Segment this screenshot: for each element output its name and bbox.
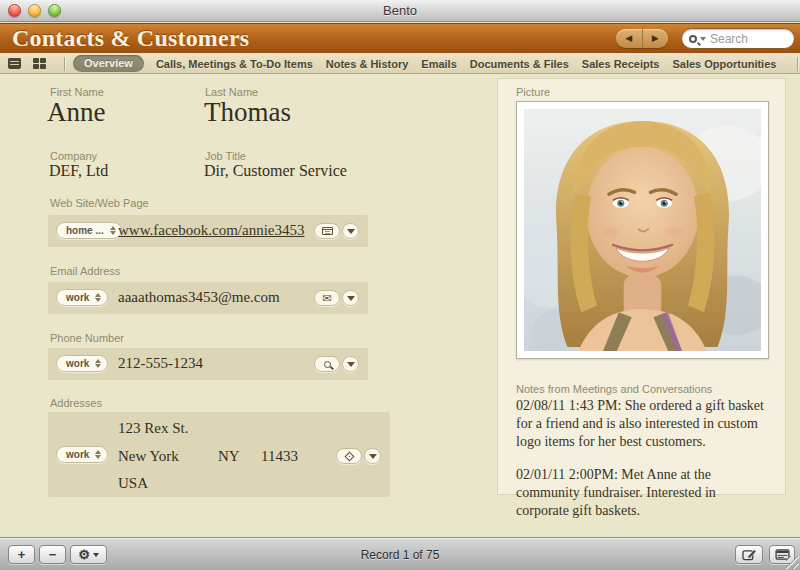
tab-notes-history[interactable]: Notes & History bbox=[326, 58, 409, 70]
job-title-label: Job Title bbox=[205, 150, 246, 162]
address-state-value[interactable]: NY bbox=[218, 448, 240, 465]
search-input[interactable] bbox=[710, 32, 790, 46]
job-title-value[interactable]: Dir, Customer Service bbox=[204, 162, 347, 180]
dropdown-arrow-icon bbox=[347, 362, 355, 367]
next-record-button[interactable]: ▶ bbox=[643, 29, 669, 48]
picture-label: Picture bbox=[516, 86, 550, 98]
website-type-dropdown[interactable]: home ... bbox=[56, 222, 122, 239]
stepper-arrows-icon bbox=[95, 293, 101, 302]
phone-actions-button[interactable] bbox=[342, 356, 359, 372]
email-label: Email Address bbox=[50, 265, 120, 277]
media-panel: Picture bbox=[497, 78, 786, 495]
phone-lookup-button[interactable] bbox=[314, 356, 340, 372]
search-field[interactable] bbox=[681, 28, 795, 49]
addresses-label: Addresses bbox=[50, 397, 102, 409]
forward-icon: ▶ bbox=[652, 34, 659, 43]
grid-view-icon[interactable] bbox=[33, 58, 46, 69]
address-type-value: work bbox=[66, 449, 89, 460]
email-type-dropdown[interactable]: work bbox=[56, 289, 108, 306]
stepper-arrows-icon bbox=[110, 226, 116, 235]
last-name-value[interactable]: Thomas bbox=[204, 97, 291, 128]
website-actions-button[interactable] bbox=[342, 223, 359, 239]
email-value[interactable]: aaaathomas3453@me.com bbox=[118, 289, 280, 306]
address-street-value[interactable]: 123 Rex St. bbox=[118, 420, 188, 437]
phone-type-dropdown[interactable]: work bbox=[56, 355, 108, 372]
back-icon: ◀ bbox=[625, 34, 632, 43]
bento-window: Bento Contacts & Customers ◀ ▶ Overview … bbox=[0, 0, 800, 570]
first-name-value[interactable]: Anne bbox=[47, 97, 105, 128]
edit-form-button[interactable] bbox=[735, 545, 763, 564]
tab-emails[interactable]: Emails bbox=[421, 58, 456, 70]
website-row: home ... www.facebook.com/annie3453 bbox=[48, 215, 368, 247]
email-row: work aaaathomas3453@me.com ✉ bbox=[48, 282, 368, 314]
phone-value[interactable]: 212-555-1234 bbox=[118, 355, 203, 372]
company-value[interactable]: DEF, Ltd bbox=[49, 162, 108, 180]
magnifier-icon bbox=[324, 361, 331, 368]
phone-label: Phone Number bbox=[50, 332, 124, 344]
phone-type-value: work bbox=[66, 358, 89, 369]
pencil-square-icon bbox=[742, 548, 757, 561]
phone-row: work 212-555-1234 bbox=[48, 348, 368, 380]
dropdown-arrow-icon bbox=[369, 454, 377, 459]
website-label: Web Site/Web Page bbox=[50, 197, 149, 209]
address-actions-button[interactable] bbox=[364, 448, 381, 464]
compass-icon bbox=[344, 451, 354, 461]
browser-icon bbox=[322, 227, 333, 235]
table-view-icon[interactable] bbox=[8, 58, 21, 69]
tab-calls-meetings-todo[interactable]: Calls, Meetings & To-Do Items bbox=[156, 58, 313, 70]
statusbar: + − ⚙ Record 1 of 75 bbox=[0, 537, 800, 570]
previous-record-button[interactable]: ◀ bbox=[616, 29, 643, 48]
record-navigation: ◀ ▶ bbox=[616, 29, 668, 48]
tab-overview[interactable]: Overview bbox=[73, 55, 144, 72]
address-city-value[interactable]: New York bbox=[118, 448, 179, 465]
portrait-photo-illustration bbox=[524, 109, 761, 351]
search-icon bbox=[689, 35, 697, 43]
stepper-arrows-icon bbox=[95, 359, 101, 368]
divider bbox=[64, 57, 65, 71]
website-type-value: home ... bbox=[66, 225, 104, 236]
stepper-arrows-icon bbox=[95, 450, 101, 459]
address-country-value[interactable]: USA bbox=[118, 475, 148, 492]
address-zip-value[interactable]: 11433 bbox=[261, 448, 298, 465]
form-tabbar: Overview Calls, Meetings & To-Do Items N… bbox=[0, 54, 800, 74]
email-actions-button[interactable] bbox=[342, 290, 359, 306]
library-title: Contacts & Customers bbox=[12, 25, 249, 52]
tab-documents-files[interactable]: Documents & Files bbox=[470, 58, 569, 70]
search-scope-caret-icon bbox=[700, 37, 706, 41]
library-header: Contacts & Customers ◀ ▶ bbox=[0, 23, 800, 53]
note-entry: 02/08/11 1:43 PM: She ordered a gift bas… bbox=[516, 397, 769, 452]
company-label: Company bbox=[50, 150, 97, 162]
map-address-button[interactable] bbox=[336, 448, 362, 464]
divider bbox=[797, 57, 798, 71]
note-entry: 02/01/11 2:00PM: Met Anne at the communi… bbox=[516, 466, 769, 521]
notes-field[interactable]: 02/08/11 1:43 PM: She ordered a gift bas… bbox=[516, 397, 769, 534]
open-website-button[interactable] bbox=[314, 223, 340, 239]
email-type-value: work bbox=[66, 292, 89, 303]
window-resize-grip[interactable] bbox=[786, 556, 799, 569]
send-email-button[interactable]: ✉ bbox=[314, 290, 340, 306]
tab-sales-receipts[interactable]: Sales Receipts bbox=[582, 58, 660, 70]
address-type-dropdown[interactable]: work bbox=[56, 446, 108, 463]
window-title: Bento bbox=[0, 3, 800, 18]
record-counter: Record 1 of 75 bbox=[0, 548, 800, 562]
address-row: work 123 Rex St. New York NY 11433 USA bbox=[48, 412, 390, 497]
notes-label: Notes from Meetings and Conversations bbox=[516, 383, 712, 395]
window-titlebar[interactable]: Bento bbox=[0, 0, 800, 22]
envelope-icon: ✉ bbox=[322, 293, 331, 304]
dropdown-arrow-icon bbox=[347, 229, 355, 234]
contact-photo[interactable] bbox=[516, 101, 769, 359]
dropdown-arrow-icon bbox=[347, 296, 355, 301]
website-value-link[interactable]: www.facebook.com/annie3453 bbox=[118, 222, 304, 239]
tab-sales-opportunities[interactable]: Sales Opportunities bbox=[672, 58, 776, 70]
